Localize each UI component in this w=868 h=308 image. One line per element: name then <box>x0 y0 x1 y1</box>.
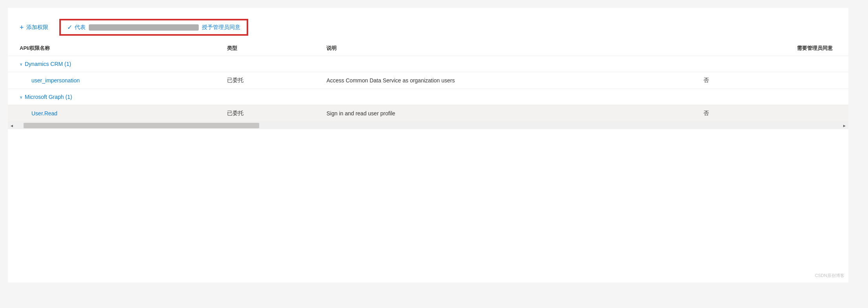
add-permission-button[interactable]: + 添加权限 <box>20 24 48 31</box>
table-header-row: API/权限名称 类型 说明 需要管理员同意 <box>8 41 848 56</box>
toolbar: + 添加权限 ✓ 代表 授予管理员同意 <box>8 16 848 41</box>
scrollbar-track <box>16 122 841 129</box>
microsoft-graph-group-link[interactable]: ∨ Microsoft Graph (1) <box>20 94 837 100</box>
table-row: user_impersonation 已委托 Access Common Dat… <box>8 72 848 89</box>
admin-required-cell-1: 否 <box>692 72 848 89</box>
right-sidebar <box>848 0 868 275</box>
user-impersonation-link[interactable]: user_impersonation <box>31 77 80 84</box>
dynamics-crm-group-label: Dynamics CRM (1) <box>25 61 71 67</box>
add-permission-label: 添加权限 <box>26 24 48 31</box>
chevron-down-icon-2: ∨ <box>20 95 22 99</box>
check-icon: ✓ <box>67 24 72 31</box>
header-admin-required: 需要管理员同意 <box>692 41 848 56</box>
description-cell-2: Sign in and read user profile <box>315 105 691 122</box>
permission-name-cell: user_impersonation <box>8 72 215 89</box>
description-cell-1: Access Common Data Service as organizati… <box>315 72 691 89</box>
microsoft-graph-group-label: Microsoft Graph (1) <box>25 94 72 100</box>
watermark: CSDN原创博客 <box>815 273 844 279</box>
type-cell-delegated-1: 已委托 <box>215 72 315 89</box>
group-header-dynamics-crm-cell: ∨ Dynamics CRM (1) <box>8 56 848 72</box>
dynamics-crm-group-link[interactable]: ∨ Dynamics CRM (1) <box>20 61 837 67</box>
grant-consent-suffix: 授予管理员同意 <box>202 24 240 31</box>
group-header-dynamics-crm: ∨ Dynamics CRM (1) <box>8 56 848 72</box>
grant-consent-text: 代表 授予管理员同意 <box>75 24 240 31</box>
group-header-microsoft-graph-cell: ∨ Microsoft Graph (1) <box>8 89 848 105</box>
type-cell-delegated-2: 已委托 <box>215 105 315 122</box>
permissions-table: API/权限名称 类型 说明 需要管理员同意 ∨ Dynamics CRM (1… <box>8 41 848 122</box>
chevron-down-icon: ∨ <box>20 62 22 66</box>
permission-name-cell-2: User.Read <box>8 105 215 122</box>
scrollbar-thumb[interactable] <box>24 123 259 128</box>
user-read-link[interactable]: User.Read <box>31 110 57 117</box>
header-description: 说明 <box>315 41 691 56</box>
scroll-right-arrow[interactable]: ► <box>841 122 848 129</box>
plus-icon: + <box>20 24 24 31</box>
blurred-org-name <box>89 24 199 31</box>
scroll-left-arrow[interactable]: ◄ <box>8 122 16 129</box>
header-type: 类型 <box>215 41 315 56</box>
header-api-name: API/权限名称 <box>8 41 215 56</box>
group-header-microsoft-graph: ∨ Microsoft Graph (1) <box>8 89 848 105</box>
admin-required-cell-2: 否 <box>692 105 848 122</box>
main-panel: + 添加权限 ✓ 代表 授予管理员同意 API/权限名称 类型 说明 需要管理员… <box>8 8 848 282</box>
horizontal-scrollbar[interactable]: ◄ ► <box>8 122 848 129</box>
grant-consent-button[interactable]: ✓ 代表 授予管理员同意 <box>60 20 247 35</box>
table-row: User.Read 已委托 Sign in and read user prof… <box>8 105 848 122</box>
permissions-table-container: API/权限名称 类型 说明 需要管理员同意 ∨ Dynamics CRM (1… <box>8 41 848 129</box>
grant-consent-prefix: 代表 <box>75 24 86 31</box>
